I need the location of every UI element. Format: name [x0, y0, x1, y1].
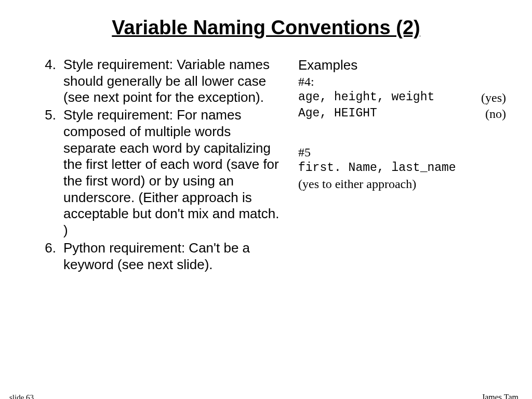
item-number: 6.	[26, 240, 63, 273]
example-5-block: #5 first. Name, last_name (yes to either…	[298, 144, 506, 192]
item-number: 4.	[26, 57, 63, 106]
example-code: first. Name, last_name	[298, 161, 506, 176]
slide: Variable Naming Conventions (2) 4. Style…	[0, 17, 532, 399]
examples-heading: Examples	[298, 57, 506, 74]
example-4-row-no: Age, HEIGHT (no)	[298, 106, 506, 122]
list-item: 6. Python requirement: Can't be a keywor…	[26, 240, 286, 273]
examples-column: Examples #4: age, height, weight (yes) A…	[286, 57, 506, 274]
item-number: 5.	[26, 107, 63, 239]
bullet-list-column: 4. Style requirement: Variable names sho…	[26, 57, 286, 274]
example-note: (no)	[485, 106, 506, 122]
numbered-list: 4. Style requirement: Variable names sho…	[26, 57, 286, 273]
author-name: James Tam	[482, 393, 518, 399]
slide-number: slide 63	[9, 393, 34, 399]
example-4-label: #4:	[298, 74, 506, 90]
example-note: (yes to either approach)	[298, 176, 506, 192]
item-text: Style requirement: For names composed of…	[63, 107, 286, 239]
content-columns: 4. Style requirement: Variable names sho…	[0, 57, 532, 274]
example-note: (yes)	[481, 90, 506, 106]
example-code: Age, HEIGHT	[298, 106, 377, 122]
example-4-row-yes: age, height, weight (yes)	[298, 90, 506, 106]
example-code: age, height, weight	[298, 90, 434, 106]
list-item: 4. Style requirement: Variable names sho…	[26, 57, 286, 106]
item-text: Style requirement: Variable names should…	[63, 57, 286, 106]
slide-title: Variable Naming Conventions (2)	[0, 17, 532, 39]
item-text: Python requirement: Can't be a keyword (…	[63, 240, 286, 273]
list-item: 5. Style requirement: For names composed…	[26, 107, 286, 239]
example-5-label: #5	[298, 144, 506, 161]
